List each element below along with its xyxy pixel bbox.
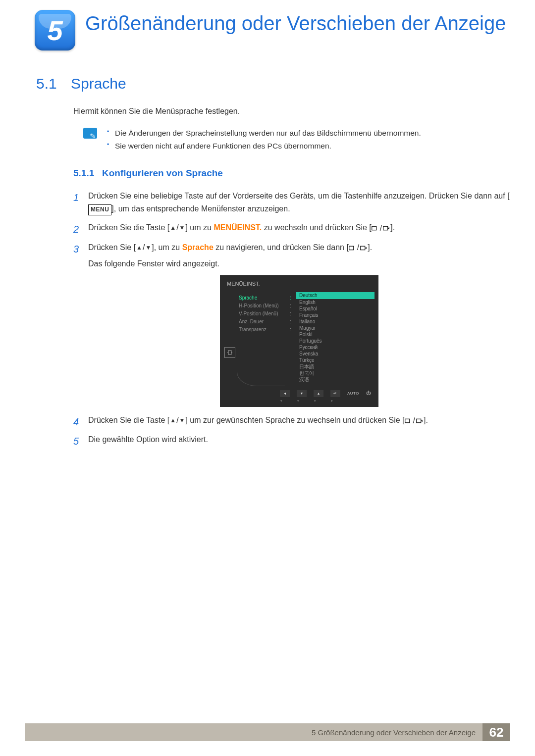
osd-side-icon (224, 292, 236, 385)
osd-menu-item: Transparenz (239, 326, 267, 334)
step-text: Drücken Sie [ (88, 243, 136, 252)
osd-lang-option: 汉语 (296, 376, 374, 383)
page-footer: 5 Größenänderung oder Verschieben der An… (25, 723, 510, 741)
step-text: zu wechseln und drücken Sie [ (262, 223, 371, 232)
step-text: ]. (368, 243, 372, 252)
section-title: Sprache (71, 75, 126, 92)
osd-lang-option: English (296, 299, 374, 305)
up-icon (136, 243, 142, 253)
osd-lang-option: Русский (296, 344, 374, 351)
step-text: Das folgende Fenster wird angezeigt. (88, 257, 510, 270)
note-list: Die Änderungen der Spracheinstellung wer… (107, 127, 421, 153)
svg-rect-6 (417, 419, 421, 423)
osd-lang-option: Svenska (296, 351, 374, 357)
step-text: Drücken Sie die Taste [ (88, 416, 169, 424)
section-number: 5.1 (36, 75, 71, 92)
osd-lang-selected: Deutsch (296, 292, 374, 299)
step-text: zu navigieren, und drücken Sie dann [ (214, 243, 349, 252)
svg-rect-4 (228, 351, 231, 354)
osd-language-list: Deutsch English Español Français Italian… (296, 292, 374, 385)
step-2: 2 Drücken Sie die Taste [/] um zu MENÜEI… (73, 221, 510, 235)
osd-enter-icon: ↵ (330, 390, 340, 397)
footer-text: 5 Größenänderung oder Verschieben der An… (25, 723, 482, 741)
chapter-number-badge: 5 (35, 10, 75, 50)
step-text: ], um das entsprechende Menüfenster anzu… (111, 204, 290, 213)
osd-lang-option: Español (296, 305, 374, 312)
osd-screenshot: MENÜEINST. Sprache: H-Position (Menü): V… (220, 275, 378, 407)
osd-lang-option: Polski (296, 331, 374, 338)
osd-up-icon: ▴ (314, 390, 323, 397)
osd-back-icon: ◂ (280, 390, 290, 397)
up-icon (170, 223, 176, 233)
down-icon (179, 416, 185, 426)
osd-lang-option: 日本語 (296, 363, 374, 370)
step-text: ] um zu (185, 223, 214, 232)
select-icon: / (372, 222, 390, 235)
osd-lang-option: Magyar (296, 325, 374, 331)
step-text: Drücken Sie eine beliebige Taste auf der… (88, 192, 510, 200)
osd-menu-item: H-Position (Menü) (239, 302, 279, 310)
svg-rect-2 (349, 246, 354, 250)
up-icon (170, 416, 176, 426)
osd-title: MENÜEINST. (224, 278, 374, 292)
note-icon (83, 128, 97, 139)
osd-menu-item: V-Position (Menü) (239, 310, 278, 318)
note-item: Sie werden nicht auf andere Funktionen d… (107, 140, 421, 152)
step-5: 5 Die gewählte Option wird aktiviert. (73, 433, 510, 446)
highlight: Sprache (182, 243, 214, 252)
step-text: ], um zu (152, 243, 182, 252)
svg-rect-3 (361, 246, 365, 250)
svg-rect-0 (372, 227, 376, 231)
steps-list: 1 Drücken Sie eine beliebige Taste auf d… (73, 190, 510, 447)
osd-down-icon: ▾ (297, 390, 307, 397)
step-text: Drücken Sie die Taste [ (88, 223, 169, 232)
select-icon: / (349, 241, 368, 254)
highlight: MENÜEINST. (214, 223, 262, 232)
step-3: 3 Drücken Sie [/], um zu Sprache zu navi… (73, 241, 510, 407)
svg-rect-1 (383, 227, 388, 231)
osd-auto-label: AUTO (347, 390, 359, 397)
select-icon: / (405, 414, 424, 427)
note-item: Die Änderungen der Spracheinstellung wer… (107, 127, 421, 140)
osd-menu-list: Sprache: H-Position (Menü): V-Position (… (236, 292, 294, 385)
subsection-heading: 5.1.1Konfigurieren von Sprache (73, 168, 510, 179)
osd-menu-item: Anz. Dauer (239, 318, 264, 326)
osd-lang-option: Türkçe (296, 357, 374, 363)
down-icon (179, 223, 185, 233)
osd-lang-option: Français (296, 312, 374, 318)
menu-button-label: MENU (88, 204, 111, 215)
section-intro: Hiermit können Sie die Menüsprache festl… (73, 107, 510, 116)
section-heading: 5.1Sprache (36, 75, 510, 92)
osd-lang-option: Italiano (296, 318, 374, 325)
osd-lang-option: 한국어 (296, 370, 374, 376)
step-text: ]. (390, 223, 395, 232)
down-icon (145, 243, 151, 253)
page-number: 62 (482, 723, 510, 741)
subsection-title: Konfigurieren von Sprache (102, 168, 223, 178)
step-text: ]. (424, 416, 428, 424)
step-4: 4 Drücken Sie die Taste [/] um zur gewün… (73, 414, 510, 427)
osd-power-icon: ⏻ (366, 390, 371, 397)
chapter-title: Größenänderung oder Verschieben der Anze… (85, 12, 506, 35)
osd-menu-item: Sprache (239, 294, 257, 302)
step-1: 1 Drücken Sie eine beliebige Taste auf d… (73, 190, 510, 216)
subsection-number: 5.1.1 (73, 168, 102, 179)
osd-lang-option: Português (296, 338, 374, 344)
svg-rect-5 (405, 419, 409, 423)
step-text: ] um zur gewünschten Sprache zu wechseln… (185, 416, 404, 424)
step-text: Die gewählte Option wird aktiviert. (88, 435, 208, 444)
